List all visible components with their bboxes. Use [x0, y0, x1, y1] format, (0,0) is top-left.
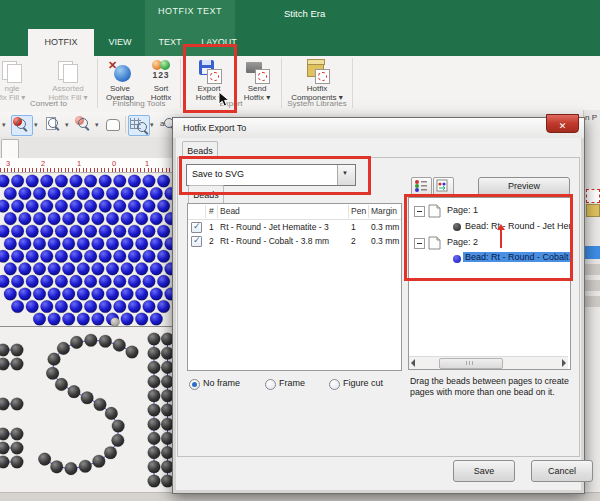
checkbox-checked-icon[interactable]	[191, 236, 202, 247]
magnifier-icon	[48, 118, 58, 128]
group-divider	[281, 58, 282, 108]
table-row[interactable]: 2 Rt - Round - Cobalt - 3.8 mm 2 0.3 mm	[188, 234, 401, 248]
table-row[interactable]: 1 Rt - Round - Jet Hematite - 3 1 0.3 mm	[188, 220, 401, 234]
bead-dot-icon	[453, 255, 461, 263]
tab-hotfix[interactable]: HOTFIX	[28, 29, 94, 56]
page-arrow-icon	[434, 178, 451, 194]
design-canvas[interactable]	[0, 172, 172, 492]
page-fill-icon	[0, 58, 25, 84]
bead-dot-icon	[453, 223, 461, 231]
collapse-icon[interactable]	[414, 238, 425, 249]
dropdown-caret-icon[interactable]: ▾	[95, 121, 99, 129]
hotfix-export-dialog: Hotfix Export To Beads Save to SVG Beads…	[172, 117, 585, 494]
dropdown-caret-icon[interactable]: ▾	[150, 121, 154, 129]
cancel-button[interactable]: Cancel	[531, 460, 593, 482]
close-icon[interactable]	[546, 114, 579, 133]
radio-no-frame[interactable]: No frame	[189, 378, 240, 388]
col-header-bead: Bead	[220, 206, 240, 216]
scrollbar-thumb[interactable]	[439, 358, 503, 369]
beads-table[interactable]: # Bead Pen Margin 1 Rt - Round - Jet Hem…	[187, 203, 402, 371]
scroll-right-icon[interactable]	[562, 359, 566, 367]
bead-zoom-tool-button[interactable]	[11, 115, 33, 136]
chevron-down-icon	[337, 165, 355, 185]
send-machine-icon	[244, 58, 270, 84]
group-label-system-libraries: System Libraries	[284, 99, 350, 108]
page-fill-icon	[55, 58, 81, 84]
export-floppy-icon	[196, 58, 222, 84]
document-tab[interactable]	[1, 139, 19, 159]
magnifier-icon	[78, 118, 88, 128]
collapse-icon[interactable]	[414, 206, 425, 217]
tab-text[interactable]: TEXT	[145, 29, 195, 56]
object-list-item-selected[interactable]	[584, 246, 600, 259]
bead-order-icon	[412, 178, 429, 194]
dropdown-caret-icon[interactable]: ▾	[34, 121, 38, 129]
radio-selected-icon	[189, 379, 200, 390]
pan-tool-button[interactable]	[103, 115, 123, 134]
radio-figure-cut[interactable]: Figure cut	[329, 378, 383, 388]
ruler-mark: 1	[145, 159, 149, 168]
col-header-margin: Margin	[371, 206, 397, 216]
object-list-item[interactable]	[584, 296, 600, 307]
group-label-convert-to: Convert to	[0, 99, 97, 108]
ruler-mark: 3	[6, 159, 10, 168]
radio-icon	[265, 379, 276, 390]
dropdown-caret-icon[interactable]: ▾	[2, 121, 6, 129]
app-window: HOTFIX TEXT Stitch Era HOTFIX VIEW TEXT …	[0, 0, 600, 501]
page-icon	[428, 204, 441, 218]
table-header-row: # Bead Pen Margin	[188, 204, 401, 220]
export-format-value: Save to SVG	[192, 169, 244, 179]
annotation-arrow-head	[497, 220, 505, 230]
ruler-mark: 1	[77, 159, 81, 168]
components-cube-icon	[304, 58, 330, 84]
dropdown-caret-icon[interactable]: ▾	[65, 121, 69, 129]
ruler-mark: 2	[41, 159, 45, 168]
group-divider	[97, 58, 98, 108]
page-icon	[428, 236, 441, 250]
col-header-pen: Pen	[351, 206, 366, 216]
zoom-selection-tool-button[interactable]	[74, 115, 94, 134]
save-button[interactable]: Save	[453, 460, 515, 482]
bead-selection-icon[interactable]	[586, 189, 600, 203]
group-label-finishing-tools: Finishing Tools	[100, 99, 178, 108]
globe-overlap-icon: ✕	[107, 58, 133, 84]
tab-view[interactable]: VIEW	[96, 29, 144, 56]
component-cube-icon[interactable]	[586, 204, 600, 217]
horizontal-scrollbar[interactable]	[409, 356, 568, 369]
drag-hint-text: Drag the beads between pages to create p…	[410, 376, 576, 398]
toolbar-separator	[125, 116, 126, 133]
object-panel-header: n P	[585, 113, 597, 122]
contextual-tab-group-label: HOTFIX TEXT	[145, 6, 235, 16]
inner-tab-beads[interactable]: Beads	[188, 185, 224, 204]
radio-frame[interactable]: Frame	[265, 378, 305, 388]
dialog-title: Hotfix Export To	[183, 123, 246, 133]
reorder-beads-button[interactable]	[411, 177, 432, 197]
grid-tool-button[interactable]	[128, 115, 150, 136]
group-label-export: Export	[182, 99, 280, 108]
preview-button[interactable]: Preview	[478, 177, 570, 196]
pages-tree[interactable]: Page: 1 Bead: Rt - Round - Jet Hemati Pa…	[408, 197, 571, 370]
col-header-num: #	[209, 206, 214, 216]
sort-123-icon: 123	[148, 58, 174, 84]
zoom-page-tool-button[interactable]	[44, 115, 64, 134]
scroll-left-icon[interactable]	[411, 359, 415, 367]
annotation-arrow	[500, 229, 502, 248]
export-format-dropdown[interactable]: Save to SVG	[186, 164, 356, 186]
app-title: Stitch Era	[284, 8, 325, 19]
move-bead-page-button[interactable]	[433, 177, 454, 197]
hand-pan-icon	[106, 119, 120, 131]
radio-icon	[329, 379, 340, 390]
ruler-mark: 0	[112, 159, 116, 168]
checkbox-checked-icon[interactable]	[191, 222, 202, 233]
object-list-item[interactable]	[584, 264, 600, 275]
group-divider	[352, 58, 353, 108]
magnifier-icon	[137, 122, 147, 132]
magnifier-icon	[16, 119, 26, 129]
object-list-item[interactable]	[584, 280, 600, 291]
tab-layout[interactable]: LAYOUT	[195, 29, 243, 56]
